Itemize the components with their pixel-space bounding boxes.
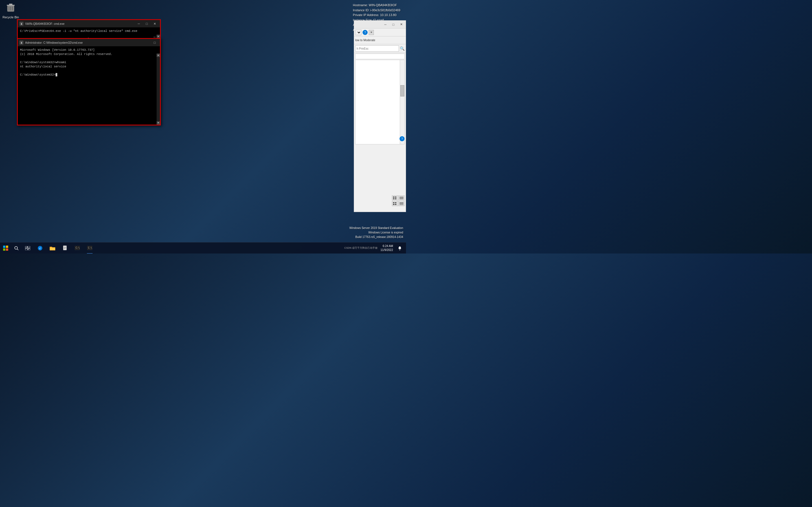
svg-rect-26 <box>25 246 27 248</box>
svg-rect-7 <box>395 196 396 198</box>
svg-rect-21 <box>6 245 8 248</box>
hostname-text: Hostname: WIN-QBA94KB3IOF <box>353 3 400 8</box>
panel-scrollbar[interactable] <box>400 60 404 144</box>
right-panel-search-area: 🔍 <box>354 44 406 53</box>
license-notice: Windows Server 2019 Standard Evaluation … <box>349 226 403 239</box>
svg-rect-12 <box>399 199 403 200</box>
panel-close-btn[interactable]: ✕ <box>398 22 404 27</box>
cmd2-line4: C:\Windows\system32>whoami <box>20 60 158 65</box>
cmd1-line2 <box>20 33 158 38</box>
scrollbar-2[interactable]: ▲ ▼ <box>157 54 160 125</box>
cmd1-line1: C:\PrivEsc>PSExec64.exe -i -u "nt author… <box>20 29 158 33</box>
cmd-window-1-title: \\WIN-QBA94KB3IOF: cmd.exe <box>25 22 133 25</box>
clock-time: 6:24 AM <box>381 244 393 248</box>
cmd2-line1: Microsoft Windows [Version 10.0.17763.73… <box>20 48 158 52</box>
instance-id-text: Instance ID: i-00e3c581fb0d32469 <box>353 8 400 13</box>
cmd2-line3 <box>20 56 158 60</box>
svg-rect-10 <box>399 197 403 198</box>
recycle-bin-label: Recycle Bin <box>2 15 19 19</box>
svg-rect-20 <box>3 245 5 248</box>
taskbar-search-button[interactable] <box>11 242 21 254</box>
cmd-window-2-titlebar[interactable]: ▮ Administrator: C:\Windows\system32\cmd… <box>18 39 160 46</box>
cmd-icon-small-1: ▮ <box>19 22 23 26</box>
csdn-notice: CSDN @万千方阵自己动手做 <box>344 246 378 250</box>
svg-rect-14 <box>395 202 396 203</box>
svg-text:e: e <box>39 246 41 250</box>
cmd-taskbar-btn-1[interactable]: C:\ <box>71 242 84 254</box>
panel-scroll-area <box>355 60 404 145</box>
panel-help-btn[interactable]: ? <box>363 30 368 35</box>
panel-close-btn-2[interactable]: ✕ <box>369 30 374 35</box>
svg-point-43 <box>399 249 400 250</box>
right-panel-toolbar-2: low to Moderate <box>354 36 406 44</box>
svg-rect-6 <box>393 196 394 198</box>
taskbar-clock[interactable]: 6:24 AM 11/9/2022 <box>379 244 395 252</box>
svg-rect-15 <box>393 204 394 205</box>
maximize-button-2[interactable]: □ <box>151 40 158 45</box>
cmd-window-2: ▮ Administrator: C:\Windows\system32\cmd… <box>17 38 161 125</box>
svg-rect-22 <box>3 248 5 251</box>
scroll-up-2[interactable]: ▲ <box>157 54 160 57</box>
panel-scrollbar-thumb[interactable] <box>400 85 404 97</box>
svg-rect-27 <box>28 246 30 248</box>
svg-rect-13 <box>393 202 394 203</box>
bottom-grid-buttons <box>392 195 404 206</box>
private-ip-text: Private IP Address: 10.10.13.80 <box>353 13 400 18</box>
clock-date: 11/9/2022 <box>381 248 393 252</box>
grid-btn-4[interactable] <box>398 201 404 206</box>
panel-dropdown[interactable] <box>355 30 362 35</box>
cmd2-line2: (c) 2018 Microsoft Corporation. All righ… <box>20 52 158 56</box>
notification-bell[interactable] <box>396 244 404 252</box>
grid-btn-1[interactable] <box>392 195 398 201</box>
file-explorer-button[interactable] <box>46 242 59 254</box>
cmd-window-2-title: Administrator: C:\Windows\system32\cmd.e… <box>25 41 149 44</box>
edge-button[interactable]: e <box>34 242 46 254</box>
svg-text:C:\: C:\ <box>88 247 92 249</box>
cmd-window-1-controls: ─ □ ✕ <box>135 21 158 26</box>
svg-rect-16 <box>395 204 396 205</box>
recycle-bin-icon[interactable]: Recycle Bin <box>1 1 20 20</box>
cmd-window-1-titlebar[interactable]: ▮ \\WIN-QBA94KB3IOF: cmd.exe ─ □ ✕ <box>18 20 160 27</box>
maximize-button-1[interactable]: □ <box>143 21 150 26</box>
panel-maximize-btn[interactable]: □ <box>390 22 397 27</box>
svg-rect-29 <box>28 248 30 250</box>
svg-rect-34 <box>50 247 55 250</box>
license-line2: Windows License is expired <box>349 230 403 235</box>
svg-rect-9 <box>395 198 396 200</box>
svg-rect-1 <box>7 5 15 6</box>
grid-btn-2[interactable] <box>398 195 404 201</box>
start-button[interactable] <box>0 242 11 254</box>
panel-content-area <box>355 54 404 59</box>
panel-search-icon[interactable]: 🔍 <box>399 46 404 51</box>
panel-minimize-btn[interactable]: ─ <box>382 22 389 27</box>
panel-help-btn-2[interactable]: ? <box>399 136 404 141</box>
svg-rect-8 <box>393 198 394 200</box>
svg-rect-18 <box>399 204 403 204</box>
close-button-1[interactable]: ✕ <box>151 21 158 26</box>
scroll-down-2[interactable]: ▼ <box>157 121 160 125</box>
svg-text:C:\: C:\ <box>75 247 80 249</box>
svg-rect-17 <box>399 203 403 203</box>
cmd-taskbar-btn-2[interactable]: C:\ <box>84 242 96 254</box>
panel-search-input[interactable] <box>355 45 399 52</box>
license-line1: Windows Server 2019 Standard Evaluation <box>349 226 403 230</box>
svg-rect-2 <box>9 4 12 5</box>
notepad-button[interactable] <box>59 242 71 254</box>
license-line3: Build 17763.rs5_release.180914-1434 <box>349 235 403 239</box>
cmd2-line7: C:\Windows\system32>_ <box>20 73 158 77</box>
minimize-button-1[interactable]: ─ <box>135 21 143 26</box>
cmd-window-2-content[interactable]: Microsoft Windows [Version 10.0.17763.73… <box>18 46 160 125</box>
right-panel-header: ─ □ ✕ <box>354 20 406 29</box>
svg-rect-11 <box>399 198 403 199</box>
minimize-button-2[interactable]: ─ <box>151 34 158 40</box>
taskbar-right: CSDN @万千方阵自己动手做 6:24 AM 11/9/2022 <box>344 244 406 252</box>
right-panel-toolbar: ? ✕ <box>354 29 406 36</box>
cmd2-line5: nt authority\local service <box>20 65 158 69</box>
grid-btn-3[interactable] <box>392 201 398 206</box>
right-panel: ─ □ ✕ ? ✕ low to Moderate 🔍 <box>354 20 406 212</box>
taskbar-notification-area: CSDN @万千方阵自己动手做 <box>344 246 378 250</box>
moderate-text: low to Moderate <box>355 39 375 42</box>
task-view-button[interactable] <box>21 242 34 254</box>
svg-line-25 <box>17 249 18 250</box>
cmd-icon-small-2: ▮ <box>19 41 23 45</box>
